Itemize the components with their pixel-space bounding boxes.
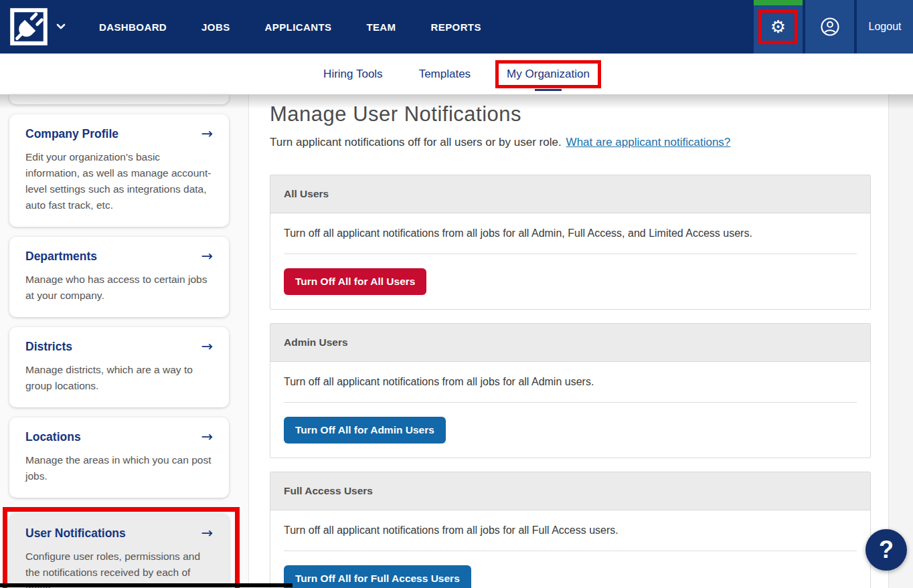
panel-body: Turn off all applicant notifications fro… [270, 510, 870, 588]
card-title: User Notifications [25, 526, 126, 541]
nav-jobs[interactable]: JOBS [201, 21, 230, 33]
app-window: DASHBOARD JOBS APPLICANTS TEAM REPORTS ⚙… [0, 0, 913, 588]
panel-description: Turn off all applicant notifications fro… [284, 227, 857, 239]
panel-body: Turn off all applicant notifications fro… [270, 362, 870, 458]
logout-button[interactable]: Logout [857, 0, 913, 54]
gear-icon: ⚙ [770, 18, 786, 35]
panel-body: Turn off all applicant notifications fro… [270, 213, 870, 309]
app-logo[interactable] [9, 7, 48, 46]
sidebar-card-locations[interactable]: Locations → Manage the areas in which yo… [9, 417, 229, 498]
turn-off-all-for-all-users-button[interactable]: Turn Off All for All Users [284, 268, 426, 295]
arrow-right-icon: → [201, 250, 213, 264]
divider [284, 254, 857, 254]
tab-hiring-tools[interactable]: Hiring Tools [323, 68, 383, 81]
active-section-indicator [754, 0, 803, 5]
account-switcher-caret[interactable] [56, 23, 66, 30]
page-title: Manage User Notifications [270, 102, 913, 126]
panel-description: Turn off all applicant notifications fro… [284, 524, 857, 536]
turn-off-all-for-admin-users-button[interactable]: Turn Off All for Admin Users [284, 417, 446, 444]
arrow-right-icon: → [201, 340, 213, 354]
panel-header: Admin Users [270, 324, 870, 362]
sidebar-card-company-profile[interactable]: Company Profile → Edit your organization… [9, 114, 229, 227]
scrollbar-track[interactable] [888, 94, 913, 588]
tab-my-organization[interactable]: My Organization [507, 68, 590, 80]
arrow-right-icon: → [201, 127, 213, 141]
tab-templates[interactable]: Templates [419, 68, 471, 81]
nav-reports[interactable]: REPORTS [431, 21, 481, 33]
nav-applicants[interactable]: APPLICANTS [265, 21, 332, 33]
main-panel: Manage User Notifications Turn applicant… [249, 94, 913, 588]
divider [284, 551, 857, 551]
card-description: Configure user roles, permissions and th… [25, 549, 213, 588]
subtitle-text: Turn applicant notifications off for all… [270, 136, 562, 149]
page-subtitle: Turn applicant notifications off for all… [270, 136, 913, 149]
card-description: Manage districts, which are a way to gro… [25, 362, 213, 394]
active-tab-underline [535, 89, 562, 91]
account-button[interactable] [805, 0, 854, 54]
settings-sidebar: Company Profile → Edit your organization… [0, 94, 249, 588]
card-title: Districts [25, 340, 72, 354]
panel-full-access-users: Full Access Users Turn off all applicant… [270, 472, 871, 588]
content-area: Company Profile → Edit your organization… [0, 94, 913, 588]
panel-admin-users: Admin Users Turn off all applicant notif… [270, 323, 871, 458]
arrow-right-icon: → [201, 526, 213, 541]
sidebar-card-districts[interactable]: Districts → Manage districts, which are … [9, 327, 229, 407]
sidebar-card-user-notifications[interactable]: User Notifications → Configure user role… [9, 514, 229, 588]
top-nav: DASHBOARD JOBS APPLICANTS TEAM REPORTS ⚙… [0, 0, 913, 54]
divider [284, 402, 857, 403]
help-button[interactable]: ? [865, 529, 907, 571]
card-description: Edit your organization's basic informati… [25, 149, 213, 213]
plug-logo-icon [9, 7, 48, 46]
person-circle-icon [820, 17, 840, 37]
question-mark-icon: ? [879, 536, 894, 564]
chevron-down-icon [56, 23, 66, 30]
sidebar-card-departments[interactable]: Departments → Manage who has access to c… [9, 237, 229, 317]
panel-header: All Users [270, 175, 870, 213]
settings-button[interactable]: ⚙ [754, 0, 803, 54]
panel-description: Turn off all applicant notifications fro… [284, 376, 857, 388]
applicant-notifications-help-link[interactable]: What are applicant notifications? [566, 136, 731, 149]
card-title: Locations [25, 430, 81, 444]
settings-sub-nav: Hiring Tools Templates My Organization [0, 54, 913, 94]
turn-off-all-for-full-access-users-button[interactable]: Turn Off All for Full Access Users [284, 565, 471, 588]
card-title: Departments [25, 250, 97, 264]
card-title: Company Profile [25, 127, 118, 141]
panel-all-users: All Users Turn off all applicant notific… [270, 175, 871, 310]
sidebar-card-partial[interactable] [9, 94, 229, 104]
bottom-artifact-bar [0, 583, 293, 587]
panel-header: Full Access Users [270, 472, 870, 510]
arrow-right-icon: → [201, 430, 213, 444]
notification-panels: All Users Turn off all applicant notific… [270, 175, 871, 588]
top-nav-actions: ⚙ Logout [754, 0, 913, 54]
primary-nav: DASHBOARD JOBS APPLICANTS TEAM REPORTS [99, 21, 481, 33]
nav-dashboard[interactable]: DASHBOARD [99, 21, 167, 33]
nav-team[interactable]: TEAM [366, 21, 396, 33]
card-description: Manage who has access to certain jobs at… [25, 272, 213, 304]
annotation-box-user-notifications: User Notifications → Configure user role… [3, 507, 240, 588]
annotation-box-my-organization: My Organization [495, 60, 601, 88]
card-description: Manage the areas in which you can post j… [25, 452, 213, 484]
